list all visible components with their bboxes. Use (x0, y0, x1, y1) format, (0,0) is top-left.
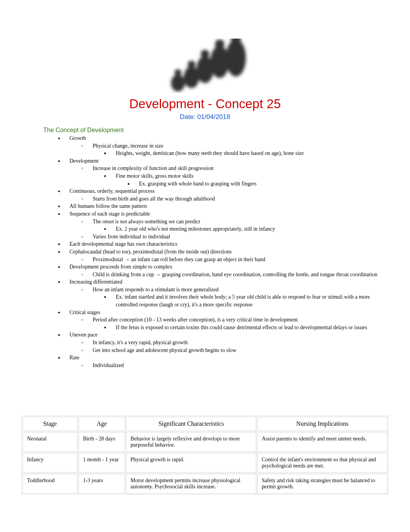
list-item: Uneven pace In infancy, it's a very rapi… (58, 331, 391, 354)
list-item: Ex. 2 year old who's not meeting milesto… (104, 225, 391, 233)
cell-age: Birth - 28 days (79, 432, 125, 452)
list-item: Heights, weight, dentitican (how many te… (104, 150, 391, 157)
list-item: Increase in complexity of function and s… (81, 165, 391, 187)
svg-point-6 (188, 61, 195, 68)
list-item: Individualized (81, 362, 391, 369)
svg-point-4 (226, 39, 246, 76)
list-item: Continuous, orderly, sequential process … (58, 187, 391, 202)
list-item: Physical change, increase in size Height… (81, 142, 391, 157)
list-item: Period after conception (10 - 13 weeks a… (81, 316, 391, 331)
cell-nursing: Control the infant's environment so that… (258, 453, 387, 473)
list-item: Rate Individualized (58, 354, 391, 369)
list-item: The onset is not always something we can… (81, 218, 391, 233)
cell-characteristics: Physical growth is rapid. (126, 453, 256, 473)
cell-stage: Infancy (23, 453, 77, 473)
table-row: Infancy 1 month - 1 year Physical growth… (23, 453, 387, 473)
cell-stage: Toddlerhood (23, 474, 77, 493)
list-item: Get into school age and adolescent physi… (81, 347, 391, 354)
list-item: Critical stages Period after conception … (58, 309, 391, 331)
concept-bullet-list: Growth Physical change, increase in size… (58, 134, 391, 369)
development-stages-table: Stage Age Significant Characteristics Nu… (21, 415, 389, 495)
list-item: Ex. grasping with whole hand to grasping… (127, 180, 391, 188)
list-item: Ex. infant startled and it involves thei… (104, 293, 391, 308)
list-item: Fine motor skills, gross motor skills Ex… (104, 172, 391, 187)
table-header-nursing: Nursing Implications (258, 417, 387, 431)
section-heading: The Concept of Development (43, 127, 391, 134)
table-header-stage: Stage (23, 417, 77, 431)
list-item: All humans follow the same pattern (58, 202, 391, 210)
list-item: Varies from individual to individual (81, 233, 391, 241)
table-header-characteristics: Significant Characteristics (126, 417, 256, 431)
table-row: Toddlerhood 1-3 years Motor development … (23, 474, 387, 493)
list-item: If the fetus is exposed to certain toxin… (104, 324, 391, 331)
svg-point-0 (171, 75, 185, 92)
table-row: Neonatal Birth - 28 days Behavior is lar… (23, 432, 387, 452)
list-item: Child is drinking from a cup → grasping … (81, 271, 391, 279)
list-item: Development proceeds from simple to comp… (58, 263, 391, 278)
list-item: Cephalocaudal (head to toe), proximodist… (58, 248, 391, 263)
list-item: Increasing differentiated How an infant … (58, 278, 391, 308)
svg-point-5 (175, 69, 181, 76)
header-logo-image (19, 39, 391, 93)
document-title: Development - Concept 25 (19, 97, 391, 111)
cell-stage: Neonatal (23, 432, 77, 452)
cell-nursing: Safety and risk taking strategies must b… (258, 474, 387, 493)
cell-characteristics: Behavior is largely reflexive and develo… (126, 432, 256, 452)
list-item: Growth Physical change, increase in size… (58, 134, 391, 157)
cell-age: 1-3 years (79, 474, 125, 493)
svg-point-8 (215, 39, 224, 49)
svg-point-7 (201, 50, 209, 58)
list-item: Starts from birth and goes all the way t… (81, 195, 391, 203)
list-item: Development Increase in complexity of fu… (58, 157, 391, 187)
list-item: Sequence of each stage is predictable Th… (58, 210, 391, 240)
cell-age: 1 month - 1 year (79, 453, 125, 473)
list-item: In infancy, it's a very rapid, physical … (81, 339, 391, 347)
list-item: Each developmental stage has own charact… (58, 240, 391, 248)
document-date: Date: 01/04/2018 (19, 113, 391, 121)
list-item: How an infant responds to a stimulant is… (81, 286, 391, 309)
cell-characteristics: Motor development permits increase physi… (126, 474, 256, 493)
cell-nursing: Assist parents to identify and meet unme… (258, 432, 387, 452)
list-item: Proximodistal → an infant can roll befor… (81, 256, 391, 263)
table-header-age: Age (79, 417, 125, 431)
